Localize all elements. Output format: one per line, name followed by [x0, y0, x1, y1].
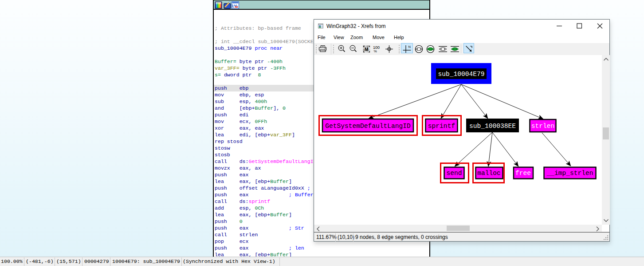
- svg-text:strlen: strlen: [531, 123, 555, 130]
- svg-text:send: send: [446, 170, 462, 177]
- svg-text:GetSystemDefaultLangID: GetSystemDefaultLangID: [325, 123, 411, 130]
- svg-text:M: M: [365, 47, 368, 52]
- svg-text:malloc: malloc: [477, 170, 501, 177]
- svg-text:100: 100: [373, 45, 380, 50]
- svg-text:%: %: [373, 49, 377, 53]
- svg-text:free: free: [515, 170, 531, 177]
- svg-text:sub_10004E79: sub_10004E79: [438, 71, 484, 78]
- svg-text:sprintf: sprintf: [428, 123, 455, 130]
- svg-text:sub_100038EE: sub_100038EE: [469, 123, 516, 130]
- svg-text:N: N: [408, 45, 411, 49]
- svg-text:__imp_strlen: __imp_strlen: [546, 170, 593, 177]
